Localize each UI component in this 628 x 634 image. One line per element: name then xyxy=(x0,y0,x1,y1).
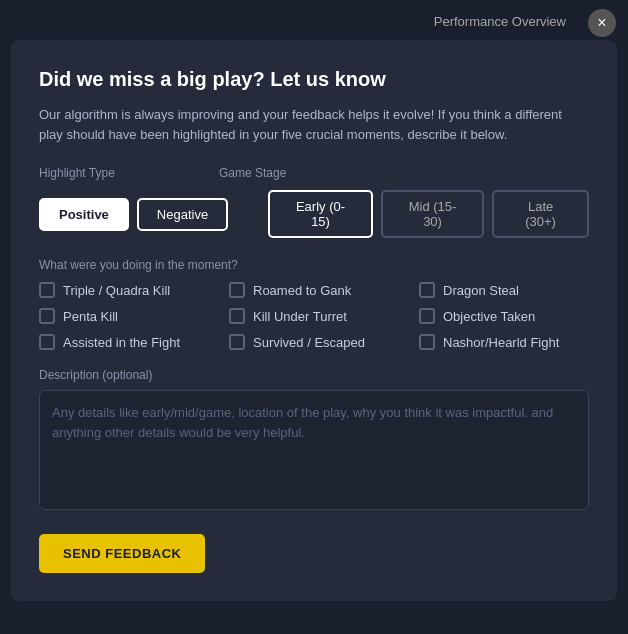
description-label: Description (optional) xyxy=(39,368,589,382)
game-stage-late-btn[interactable]: Late (30+) xyxy=(492,190,589,238)
close-button[interactable]: × xyxy=(588,9,616,37)
checkboxes-grid: Triple / Quadra Kill Roamed to Gank Drag… xyxy=(39,282,589,350)
checkbox-nashor-hearld-label: Nashor/Hearld Fight xyxy=(443,335,559,350)
checkbox-dragon-steal-label: Dragon Steal xyxy=(443,283,519,298)
checkbox-roamed-to-gank-label: Roamed to Gank xyxy=(253,283,351,298)
checkbox-dragon-steal-box[interactable] xyxy=(419,282,435,298)
checkbox-roamed-to-gank-box[interactable] xyxy=(229,282,245,298)
checkbox-triple-quadra-box[interactable] xyxy=(39,282,55,298)
highlight-positive-btn[interactable]: Positive xyxy=(39,198,129,231)
checkbox-survived-escaped-label: Survived / Escaped xyxy=(253,335,365,350)
checkbox-kill-under-turret-label: Kill Under Turret xyxy=(253,309,347,324)
feedback-modal: Did we miss a big play? Let us know Our … xyxy=(11,40,617,601)
checkbox-roamed-to-gank[interactable]: Roamed to Gank xyxy=(229,282,399,298)
modal-title: Did we miss a big play? Let us know xyxy=(39,68,589,91)
game-stage-group: Early (0-15) Mid (15-30) Late (30+) xyxy=(268,190,589,238)
game-stage-early-btn[interactable]: Early (0-15) xyxy=(268,190,373,238)
checkbox-survived-escaped[interactable]: Survived / Escaped xyxy=(229,334,399,350)
checkbox-assisted-fight-label: Assisted in the Fight xyxy=(63,335,180,350)
highlight-type-label: Highlight Type xyxy=(39,166,179,180)
checkbox-penta-kill-label: Penta Kill xyxy=(63,309,118,324)
game-stage-mid-btn[interactable]: Mid (15-30) xyxy=(381,190,484,238)
send-feedback-button[interactable]: SEND FEEDBACK xyxy=(39,534,205,573)
checkbox-penta-kill-box[interactable] xyxy=(39,308,55,324)
checkbox-objective-taken-label: Objective Taken xyxy=(443,309,535,324)
checkbox-objective-taken[interactable]: Objective Taken xyxy=(419,308,589,324)
checkbox-nashor-hearld-box[interactable] xyxy=(419,334,435,350)
checkbox-assisted-fight[interactable]: Assisted in the Fight xyxy=(39,334,209,350)
performance-tab[interactable]: Performance Overview xyxy=(422,8,578,37)
highlight-negative-btn[interactable]: Negative xyxy=(137,198,228,231)
checkbox-penta-kill[interactable]: Penta Kill xyxy=(39,308,209,324)
checkbox-dragon-steal[interactable]: Dragon Steal xyxy=(419,282,589,298)
game-stage-label: Game Stage xyxy=(219,166,359,180)
checkbox-assisted-fight-box[interactable] xyxy=(39,334,55,350)
checkbox-kill-under-turret[interactable]: Kill Under Turret xyxy=(229,308,399,324)
checkbox-survived-escaped-box[interactable] xyxy=(229,334,245,350)
checkbox-kill-under-turret-box[interactable] xyxy=(229,308,245,324)
highlight-type-group: Positive Negative xyxy=(39,198,228,231)
moment-label: What were you doing in the moment? xyxy=(39,258,589,272)
checkbox-objective-taken-box[interactable] xyxy=(419,308,435,324)
description-textarea[interactable] xyxy=(39,390,589,510)
checkbox-triple-quadra-label: Triple / Quadra Kill xyxy=(63,283,170,298)
checkbox-nashor-hearld[interactable]: Nashor/Hearld Fight xyxy=(419,334,589,350)
checkbox-triple-quadra[interactable]: Triple / Quadra Kill xyxy=(39,282,209,298)
modal-description: Our algorithm is always improving and yo… xyxy=(39,105,589,144)
